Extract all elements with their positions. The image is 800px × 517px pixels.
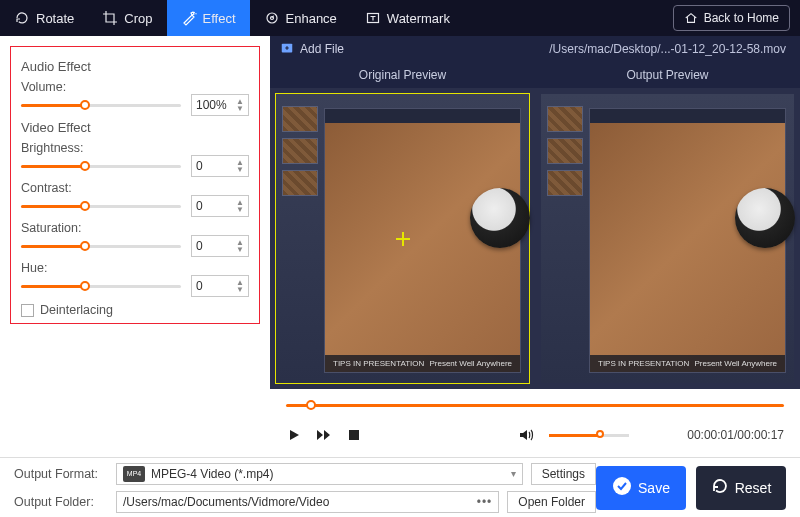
- stop-button[interactable]: [346, 427, 362, 443]
- tab-rotate[interactable]: Rotate: [0, 0, 88, 36]
- output-preview-canvas: TIPS IN PRESENTATIONPresent Well Anywher…: [541, 94, 794, 383]
- tab-watermark-label: Watermark: [387, 11, 450, 26]
- timecode: 00:00:01/00:00:17: [687, 428, 784, 442]
- effects-sidebar: Audio Effect Volume: 100%▲▼ Video Effect…: [0, 36, 270, 457]
- volume-icon[interactable]: [519, 427, 535, 443]
- mp4-format-icon: MP4: [123, 466, 145, 482]
- tab-rotate-label: Rotate: [36, 11, 74, 26]
- original-preview-canvas[interactable]: TIPS IN PRESENTATIONPresent Well Anywher…: [276, 94, 529, 383]
- video-effect-title: Video Effect: [21, 120, 249, 135]
- svg-point-5: [613, 477, 631, 495]
- more-icon[interactable]: •••: [477, 495, 493, 509]
- svg-rect-4: [349, 430, 359, 440]
- rotate-icon: [14, 10, 30, 26]
- open-folder-button[interactable]: Open Folder: [507, 491, 596, 513]
- output-preview: Output Preview TIPS IN PRESENTATIONPrese…: [535, 62, 800, 389]
- enhance-icon: [264, 10, 280, 26]
- contrast-stepper[interactable]: 0▲▼: [191, 195, 249, 217]
- check-circle-icon: [612, 476, 632, 499]
- output-folder-label: Output Folder:: [14, 495, 108, 509]
- output-folder-field[interactable]: /Users/mac/Documents/Vidmore/Video •••: [116, 491, 499, 513]
- chevron-down-icon: ▾: [511, 468, 516, 479]
- hue-stepper[interactable]: 0▲▼: [191, 275, 249, 297]
- reset-button[interactable]: Reset: [696, 466, 786, 510]
- volume-slider[interactable]: [21, 98, 181, 112]
- stepper-arrows-icon[interactable]: ▲▼: [236, 98, 244, 112]
- back-home-label: Back to Home: [704, 11, 779, 25]
- contrast-slider[interactable]: [21, 199, 181, 213]
- bottom-bar: Output Format: MP4MPEG-4 Video (*.mp4) ▾…: [0, 457, 800, 517]
- fast-forward-button[interactable]: [316, 427, 332, 443]
- crop-center-icon[interactable]: [396, 232, 410, 246]
- tab-crop-label: Crop: [124, 11, 152, 26]
- tab-effect[interactable]: Effect: [167, 0, 250, 36]
- effects-panel: Audio Effect Volume: 100%▲▼ Video Effect…: [10, 46, 260, 324]
- tab-crop[interactable]: Crop: [88, 0, 166, 36]
- add-file-icon: [280, 41, 294, 58]
- top-toolbar: Rotate Crop Effect Enhance Watermark Bac…: [0, 0, 800, 36]
- file-row: Add File /Users/mac/Desktop/...-01-12_20…: [270, 36, 800, 62]
- effect-icon: [181, 10, 197, 26]
- home-icon: [684, 11, 698, 25]
- add-file-label: Add File: [300, 42, 344, 56]
- output-format-select[interactable]: MP4MPEG-4 Video (*.mp4) ▾: [116, 463, 523, 485]
- saturation-label: Saturation:: [21, 221, 249, 235]
- tab-watermark[interactable]: Watermark: [351, 0, 464, 36]
- tab-effect-label: Effect: [203, 11, 236, 26]
- contrast-label: Contrast:: [21, 181, 249, 195]
- deinterlacing-label: Deinterlacing: [40, 303, 113, 317]
- output-preview-title: Output Preview: [535, 62, 800, 88]
- output-format-label: Output Format:: [14, 467, 108, 481]
- audio-effect-title: Audio Effect: [21, 59, 249, 74]
- hue-slider[interactable]: [21, 279, 181, 293]
- original-preview-title: Original Preview: [270, 62, 535, 88]
- settings-button[interactable]: Settings: [531, 463, 596, 485]
- crop-icon: [102, 10, 118, 26]
- volume-playback-slider[interactable]: [549, 429, 629, 441]
- deinterlacing-checkbox[interactable]: [21, 304, 34, 317]
- save-button[interactable]: Save: [596, 466, 686, 510]
- add-file-button[interactable]: Add File: [270, 41, 354, 58]
- tab-enhance[interactable]: Enhance: [250, 0, 351, 36]
- brightness-stepper[interactable]: 0▲▼: [191, 155, 249, 177]
- back-home-button[interactable]: Back to Home: [673, 5, 790, 31]
- play-button[interactable]: [286, 427, 302, 443]
- saturation-stepper[interactable]: 0▲▼: [191, 235, 249, 257]
- watermark-icon: [365, 10, 381, 26]
- hue-label: Hue:: [21, 261, 249, 275]
- brightness-slider[interactable]: [21, 159, 181, 173]
- tab-enhance-label: Enhance: [286, 11, 337, 26]
- volume-stepper[interactable]: 100%▲▼: [191, 94, 249, 116]
- original-preview: Original Preview TIPS IN PRESENTATIONPre…: [270, 62, 535, 389]
- preview-area: Add File /Users/mac/Desktop/...-01-12_20…: [270, 36, 800, 457]
- timeline-slider[interactable]: [286, 397, 784, 413]
- saturation-slider[interactable]: [21, 239, 181, 253]
- playback-controls: 00:00:01/00:00:17: [270, 413, 800, 457]
- reset-icon: [711, 477, 729, 498]
- file-path: /Users/mac/Desktop/...-01-12_20-12-58.mo…: [354, 42, 800, 56]
- volume-label: Volume:: [21, 80, 249, 94]
- brightness-label: Brightness:: [21, 141, 249, 155]
